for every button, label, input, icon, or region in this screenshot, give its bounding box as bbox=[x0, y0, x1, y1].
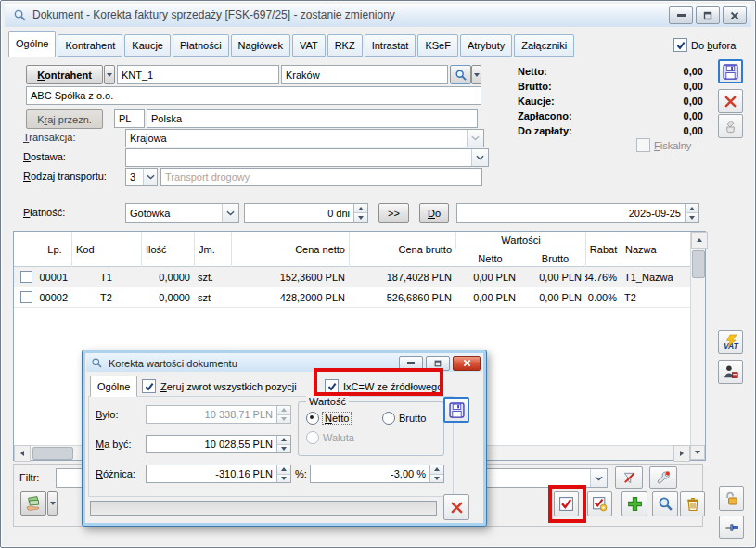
roznica-spinner[interactable]: -310,16 PLN bbox=[146, 465, 291, 483]
save-button[interactable] bbox=[718, 59, 743, 83]
table-row[interactable]: 00001 T1 0,0000 szt. 152,3600 PLN 187,40… bbox=[14, 267, 690, 287]
radio-netto[interactable] bbox=[306, 412, 319, 425]
transakcja-combo[interactable]: Krajowa bbox=[125, 129, 484, 147]
tab-naglowek[interactable]: Nagłówek bbox=[231, 34, 290, 57]
dialog-tab-ogolne[interactable]: Ogólne bbox=[90, 376, 137, 397]
filter-label: Filtr: bbox=[19, 472, 39, 483]
col-header-jm[interactable]: Jm. bbox=[194, 232, 231, 267]
close-button[interactable] bbox=[723, 6, 747, 24]
kraj-przezn-button[interactable]: Kraj przezn. bbox=[26, 109, 103, 129]
col-header-netto[interactable]: Netto bbox=[455, 249, 525, 267]
tab-zalaczniki[interactable]: Załączniki bbox=[514, 34, 574, 57]
spinner-buttons[interactable] bbox=[429, 465, 443, 482]
payment-forward-button[interactable]: >> bbox=[378, 203, 409, 223]
save-icon bbox=[449, 402, 465, 418]
kontrahent-button[interactable]: Kontrahent bbox=[26, 65, 103, 84]
spinner-buttons[interactable] bbox=[276, 406, 290, 423]
scroll-left-button[interactable] bbox=[14, 445, 31, 462]
do-bufora-field[interactable]: Do bufora bbox=[673, 38, 736, 52]
radio-waluta-field[interactable]: Waluta bbox=[306, 431, 354, 444]
tab-platnosci[interactable]: Płatności bbox=[173, 34, 229, 57]
filter-clear-button[interactable] bbox=[615, 466, 643, 489]
mabyc-spinner[interactable]: 10 028,55 PLN bbox=[146, 435, 291, 453]
minimize-button[interactable] bbox=[669, 6, 693, 24]
delete-button[interactable] bbox=[718, 89, 743, 113]
radio-waluta[interactable] bbox=[306, 431, 319, 444]
filter-settings-button[interactable] bbox=[649, 466, 677, 489]
row-checkbox[interactable] bbox=[20, 291, 32, 303]
confirm-options-button[interactable] bbox=[587, 491, 612, 516]
spinner-buttons[interactable] bbox=[353, 204, 367, 222]
spinner-buttons[interactable] bbox=[685, 204, 698, 222]
col-header-cena-netto[interactable]: Cena netto bbox=[231, 232, 349, 267]
kontrahent-search-dropdown[interactable] bbox=[471, 65, 481, 84]
do-bufora-label: Do bufora bbox=[691, 40, 736, 51]
col-header-ilosc[interactable]: Ilość bbox=[141, 232, 194, 267]
kontrahent-code-field[interactable]: KNT_1 bbox=[117, 65, 279, 84]
kraj-name-field[interactable]: Polska bbox=[147, 109, 478, 128]
scroll-thumb[interactable] bbox=[32, 447, 73, 460]
scroll-right-button[interactable] bbox=[673, 445, 690, 462]
zeruj-zwrot-field[interactable]: Zeruj zwrot wszystkich pozycji bbox=[142, 379, 297, 393]
kraj-code-field[interactable]: PL bbox=[114, 109, 145, 128]
v-scrollbar[interactable] bbox=[690, 232, 705, 445]
transport-name-field[interactable]: Transport drogowy bbox=[160, 168, 482, 186]
tab-atrybuty[interactable]: Atrybuty bbox=[460, 34, 512, 57]
col-group-wartosci[interactable]: Wartości bbox=[455, 232, 585, 249]
add-item-button[interactable] bbox=[621, 491, 647, 516]
lock-button[interactable] bbox=[719, 486, 744, 511]
scroll-up-button[interactable] bbox=[691, 232, 708, 249]
vat-table-button[interactable]: VAT bbox=[718, 330, 743, 354]
tab-kontrahent[interactable]: Kontrahent bbox=[58, 34, 122, 57]
dostawa-combo[interactable] bbox=[125, 148, 489, 167]
col-header-kod[interactable]: Kod bbox=[71, 232, 141, 267]
zeruj-zwrot-checkbox[interactable] bbox=[142, 379, 156, 393]
kontrahent-dropdown-button[interactable] bbox=[104, 65, 115, 84]
pin-button[interactable] bbox=[719, 516, 744, 539]
tab-ogolne[interactable]: Ogólne bbox=[8, 31, 56, 57]
tab-ksef[interactable]: KSeF bbox=[417, 34, 458, 57]
payment-date-spinner[interactable]: 2025-09-25 bbox=[456, 203, 699, 223]
radio-netto-field[interactable]: Netto bbox=[306, 412, 351, 425]
payment-days-spinner[interactable]: 0 dni bbox=[244, 203, 368, 223]
payment-do-button[interactable]: Do bbox=[419, 203, 449, 223]
scroll-down-button[interactable] bbox=[690, 445, 705, 460]
release-button[interactable] bbox=[718, 114, 743, 138]
dialog-title: Korekta wartości dokumentu bbox=[109, 358, 237, 369]
spinner-buttons[interactable] bbox=[276, 465, 290, 482]
table-row[interactable]: 00002 T2 0,0000 szt 428,2000 PLN 526,686… bbox=[14, 287, 690, 308]
transport-code-combo[interactable]: 3 bbox=[125, 168, 158, 186]
fiskalny-checkbox[interactable] bbox=[636, 138, 650, 152]
restore-button[interactable] bbox=[696, 6, 720, 24]
col-header-brutto[interactable]: Brutto bbox=[525, 249, 585, 267]
row-checkbox[interactable] bbox=[20, 271, 32, 283]
tab-intrastat[interactable]: Intrastat bbox=[365, 34, 416, 57]
col-header-lp[interactable]: Lp. bbox=[38, 232, 71, 267]
contractor-button[interactable] bbox=[718, 360, 743, 384]
payments-dropdown[interactable] bbox=[47, 491, 58, 516]
radio-brutto[interactable] bbox=[382, 412, 395, 425]
do-bufora-checkbox[interactable] bbox=[673, 38, 687, 52]
payments-button[interactable] bbox=[20, 491, 46, 516]
kontrahent-city-field[interactable]: Kraków bbox=[281, 65, 448, 84]
percent-spinner[interactable]: -3,00 % bbox=[310, 465, 444, 483]
col-header-nazwa[interactable]: Nazwa bbox=[621, 232, 690, 267]
delete-item-button[interactable] bbox=[680, 491, 705, 516]
col-header-rabat[interactable]: Rabat bbox=[585, 232, 621, 267]
bylo-spinner[interactable]: 10 338,71 PLN bbox=[146, 405, 291, 424]
spinner-buttons[interactable] bbox=[276, 436, 290, 452]
mabyc-label: Ma być: bbox=[96, 439, 132, 450]
dialog-cancel-button[interactable] bbox=[443, 494, 469, 520]
kontrahent-name-field[interactable]: ABC Spółka z o.o. bbox=[26, 86, 481, 105]
col-header-cena-brutto[interactable]: Cena brutto bbox=[349, 232, 455, 267]
scroll-thumb[interactable] bbox=[692, 250, 705, 278]
dialog-save-button[interactable] bbox=[443, 397, 469, 423]
tab-rkz[interactable]: RKZ bbox=[327, 34, 363, 57]
platnosc-combo[interactable]: Gotówka bbox=[125, 203, 239, 223]
dialog-close-button[interactable] bbox=[453, 356, 481, 371]
kontrahent-search-button[interactable] bbox=[450, 65, 471, 84]
tab-vat[interactable]: VAT bbox=[292, 34, 326, 57]
view-item-button[interactable] bbox=[652, 491, 678, 516]
radio-brutto-field[interactable]: Brutto bbox=[382, 412, 426, 425]
tab-kaucje[interactable]: Kaucje bbox=[124, 34, 171, 57]
